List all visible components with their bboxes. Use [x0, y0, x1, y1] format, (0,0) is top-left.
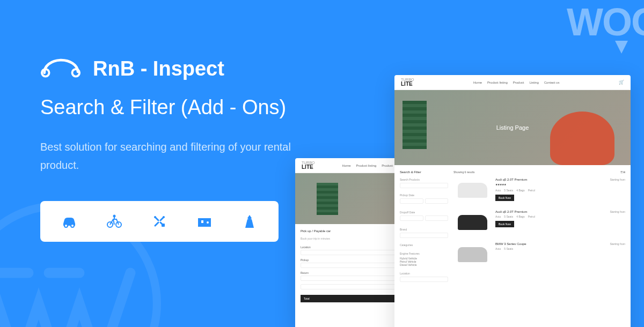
hotel-icon: [195, 212, 214, 231]
bike-icon: [105, 212, 124, 231]
svg-point-13: [207, 221, 209, 224]
svg-rect-11: [198, 218, 211, 227]
logo-row: RnB - Inspect: [40, 56, 309, 81]
description: Best solution for searching and filterin…: [40, 138, 309, 174]
woocommerce-logo: WOO: [567, 0, 644, 44]
promo-banner: WOO RnB - Inspect Search & Filter (Add -…: [0, 0, 644, 327]
svg-point-4: [71, 224, 74, 227]
list-item: Audi q5 2.0T Premium ★★★★★ Auto 5 Seats …: [453, 178, 625, 202]
svg-rect-10: [162, 224, 165, 227]
car-icon: [60, 212, 79, 231]
svg-rect-12: [201, 220, 203, 223]
dress-icon: [240, 212, 259, 231]
product-name: RnB - Inspect: [93, 57, 224, 80]
preview-screenshot-front: TURBO LITE Home Product listing Product …: [394, 75, 631, 327]
subtitle: Search & Filter (Add - Ons): [40, 96, 309, 119]
category-icon-bar: [40, 201, 279, 242]
car-logo-icon: [40, 56, 82, 81]
svg-point-7: [113, 215, 116, 218]
list-item: BMW 3 Series Coupe Auto 5 Seats Starting…: [453, 242, 625, 266]
svg-point-9: [163, 216, 165, 218]
svg-point-3: [64, 224, 68, 227]
tools-icon: [150, 212, 169, 231]
list-item: Audi q5 2.0T Premium Auto 5 Seats 4 Bags…: [453, 210, 625, 234]
svg-point-8: [154, 216, 156, 218]
